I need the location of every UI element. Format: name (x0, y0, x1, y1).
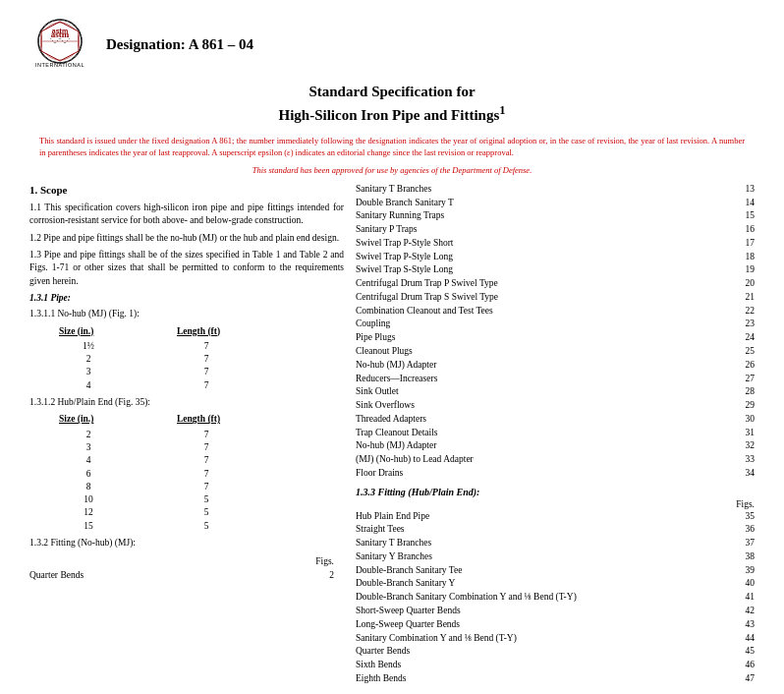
notice-paragraph2: This standard has been approved for use … (29, 165, 755, 175)
scope-p2: 1.2 Pipe and pipe fittings shall be the … (29, 232, 344, 245)
sub1-1-label: 1.3.1.1 No-hub (MJ) (Fig. 1): (29, 308, 344, 320)
toc-trap-cleanout: Trap Cleanout Details 31 (356, 427, 755, 440)
toc-bottom-entries: Hub Plain End Pipe 35 Straight Tees 36 S… (356, 510, 755, 686)
hub-pipe-table: Size (in.) Length (ft) 27 37 47 67 87 (59, 413, 344, 533)
toc-sanitary-p-traps: Sanitary P Traps 16 (356, 223, 755, 237)
toc-pipe-plugs: Pipe Plugs 24 (356, 331, 755, 345)
toc-coupling: Coupling 23 (356, 318, 755, 331)
toc-sink-outlet: Sink Outlet 28 (356, 385, 755, 399)
toc-straight-tees: Straight Tees 36 (356, 523, 755, 537)
toc-floor-drains: Floor Drains 34 (356, 467, 755, 481)
toc-mj-to-lead: (MJ) (No-hub) to Lead Adapter 33 (356, 453, 755, 467)
toc-double-branch-sanitary-t: Double Branch Sanitary T 14 (356, 197, 755, 210)
page: astm astm ⋱⋰⋱⋰ INTERNATIONAL Designation… (0, 0, 784, 694)
quarter-bends-row: Quarter Bends 2 (29, 569, 334, 582)
toc-centrifugal-p: Centrifugal Drum Trap P Swivel Type 20 (356, 277, 755, 291)
hub-row-7: 125 (59, 506, 344, 519)
toc-double-branch-tee: Double-Branch Sanitary Tee 39 (356, 564, 755, 578)
designation-text: Designation: A 861 – 04 (106, 36, 253, 52)
toc-swivel-s-long: Swivel Trap S-Style Long 19 (356, 263, 755, 277)
sub1-2-label: 1.3.1.2 Hub/Plain End (Fig. 35): (29, 396, 344, 409)
designation: Designation: A 861 – 04 (106, 36, 253, 53)
toc-sink-overflows: Sink Overflows 29 (356, 399, 755, 413)
nohub-pipe-table: Size (in.) Length (ft) 1½7 27 37 47 (59, 325, 344, 392)
scope-p1: 1.1 This specification covers high-silic… (29, 202, 344, 228)
pipe-row-2: 27 (59, 353, 344, 366)
toc-cleanout-plugs: Cleanout Plugs 25 (356, 345, 755, 359)
right-column: Sanitary T Branches 13 Double Branch San… (356, 183, 755, 686)
toc-sanitary-combo: Sanitary Combination Y and ⅛ Bend (T-Y) … (356, 632, 755, 646)
hub-row-1: 27 (59, 429, 344, 441)
toc-centrifugal-s: Centrifugal Drum Trap S Swivel Type 21 (356, 291, 755, 305)
toc-nohub-adapter-32: No-hub (MJ) Adapter 32 (356, 439, 755, 453)
toc-swivel-p-long: Swivel Trap P-Style Long 18 (356, 251, 755, 264)
sub2-label: 1.3.2 Fitting (No-hub) (MJ): (29, 537, 344, 549)
toc-hub-plain-end: Hub Plain End Pipe 35 (356, 510, 755, 524)
toc-top-entries: Sanitary T Branches 13 Double Branch San… (356, 183, 755, 481)
toc-sanitary-t-37: Sanitary T Branches 37 (356, 537, 755, 550)
hub-table-header: Size (in.) Length (ft) (59, 413, 344, 426)
toc-sanitary-t: Sanitary T Branches 13 (356, 183, 755, 197)
main-content: 1. Scope 1.1 This specification covers h… (29, 183, 755, 686)
pipe-table-header: Size (in.) Length (ft) (59, 325, 344, 338)
toc-nohub-adapter: No-hub (MJ) Adapter 26 (356, 359, 755, 373)
toc-reducers: Reducers—Increasers 27 (356, 373, 755, 386)
toc-long-sweep: Long-Sweep Quarter Bends 43 (356, 618, 755, 632)
toc-short-sweep: Short-Sweep Quarter Bends 42 (356, 605, 755, 618)
hub-row-3: 47 (59, 454, 344, 467)
fitting-hub-title: 1.3.3 Fitting (Hub/Plain End): (356, 487, 755, 497)
toc-sanitary-running-traps: Sanitary Running Traps 15 (356, 209, 755, 223)
figs-section: Figs. Quarter Bends 2 (29, 555, 344, 582)
pipe-row-1: 1½7 (59, 340, 344, 353)
svg-text:INTERNATIONAL: INTERNATIONAL (35, 62, 84, 68)
astm-logo: astm astm ⋱⋰⋱⋰ INTERNATIONAL (29, 18, 90, 72)
figs-label: Figs. (29, 555, 334, 568)
scope-p3: 1.3 Pipe and pipe fittings shall be of t… (29, 249, 344, 288)
toc-sixth-bends-46: Sixth Bends 46 (356, 659, 755, 672)
hub-row-6: 105 (59, 493, 344, 506)
left-column: 1. Scope 1.1 This specification covers h… (29, 183, 344, 686)
scope-title: 1. Scope (29, 183, 344, 198)
toc-eighth-bends-47: Eighth Bends 47 (356, 672, 755, 686)
hub-row-2: 37 (59, 441, 344, 454)
notice-paragraph1: This standard is issued under the fixed … (39, 136, 745, 157)
svg-text:astm: astm (52, 28, 68, 34)
toc-double-branch-combo: Double-Branch Sanitary Combination Y and… (356, 591, 755, 605)
header: astm astm ⋱⋰⋱⋰ INTERNATIONAL Designation… (29, 18, 755, 72)
pipe-row-3: 37 (59, 366, 344, 378)
document-title: Standard Specification for High-Silicon … (29, 82, 755, 126)
toc-double-branch-y: Double-Branch Sanitary Y 40 (356, 577, 755, 591)
toc-sanitary-y-38: Sanitary Y Branches 38 (356, 550, 755, 564)
hub-row-8: 155 (59, 520, 344, 533)
toc-combination-cleanout: Combination Cleanout and Test Tees 22 (356, 305, 755, 318)
toc-threaded-adapters: Threaded Adapters 30 (356, 413, 755, 427)
hub-row-5: 87 (59, 481, 344, 493)
pipe-row-4: 47 (59, 379, 344, 392)
title-section: Standard Specification for High-Silicon … (29, 82, 755, 126)
sub1-label: 1.3.1 Pipe: (29, 292, 344, 305)
svg-text:⋱⋰⋱⋰: ⋱⋰⋱⋰ (50, 37, 70, 43)
notice-box: This standard is issued under the fixed … (39, 136, 745, 159)
toc-quarter-bends-45: Quarter Bends 45 (356, 645, 755, 659)
toc-swivel-p-short: Swivel Trap P-Style Short 17 (356, 237, 755, 251)
hub-row-4: 67 (59, 468, 344, 481)
figs-header-bottom: Figs. (356, 499, 755, 509)
